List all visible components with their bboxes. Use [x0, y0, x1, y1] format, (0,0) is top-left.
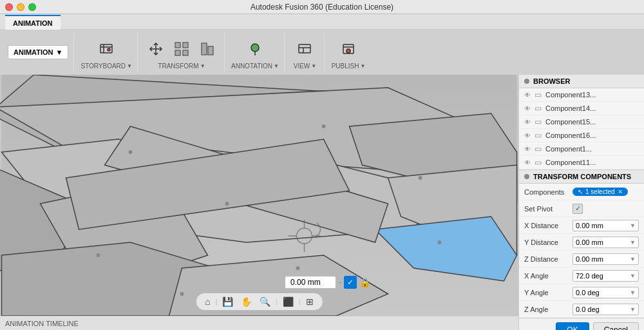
ribbon-group-publish: PUBLISH ▼: [326, 32, 371, 72]
svg-rect-14: [299, 44, 310, 53]
y-distance-select[interactable]: 0.00 mm ▼: [573, 237, 639, 248]
svg-rect-6: [175, 43, 180, 48]
component-icon: ▭: [535, 104, 542, 113]
animation-caret-icon: ▼: [56, 48, 63, 56]
storyboard-icon[interactable]: [95, 35, 118, 63]
components-label: Components: [524, 188, 573, 196]
transform-move-icon[interactable]: [144, 35, 167, 63]
transform-icons: [144, 35, 219, 63]
clear-selection-button[interactable]: ✕: [618, 188, 623, 195]
transform-options-icon[interactable]: [196, 35, 219, 63]
save-view-icon[interactable]: 💾: [220, 295, 236, 308]
x-distance-select[interactable]: 0.00 mm ▼: [573, 220, 639, 231]
transform-panel-header: TRANSFORM COMPONENTS: [519, 170, 644, 184]
y-angle-val: 0.0 deg: [576, 289, 600, 296]
tab-animation[interactable]: ANIMATION: [5, 15, 61, 30]
browser-item[interactable]: 👁 ▭ Component13...: [519, 88, 644, 102]
x-angle-select[interactable]: 72.0 deg ▼: [573, 270, 639, 282]
z-angle-val: 0.0 deg: [576, 306, 600, 313]
distance-lock-icon[interactable]: 🔒: [359, 277, 370, 287]
visibility-icon[interactable]: 👁: [524, 132, 531, 139]
close-button[interactable]: [5, 3, 13, 11]
browser-item[interactable]: 👁 ▭ Component14...: [519, 102, 644, 115]
transform-explode-icon[interactable]: [170, 35, 193, 63]
action-buttons: OK Cancel: [519, 318, 644, 330]
cancel-button[interactable]: Cancel: [593, 322, 639, 330]
component-icon: ▭: [535, 131, 542, 140]
annotation-icon[interactable]: [243, 35, 267, 63]
transform-status-dot: [524, 174, 529, 179]
window-controls: [5, 3, 36, 11]
z-angle-select[interactable]: 0.0 deg ▼: [573, 304, 639, 315]
ribbon-group-storyboard: STORYBOARD ▼: [75, 32, 138, 72]
grid-icon[interactable]: ⊞: [303, 295, 316, 308]
view-label[interactable]: VIEW ▼: [294, 63, 316, 70]
svg-point-34: [322, 124, 326, 128]
browser-title: BROWSER: [533, 77, 570, 85]
ribbon: ANIMATION ▼ STORYBOARD ▼: [0, 30, 644, 75]
ribbon-group-annotation: ANNOTATION ▼: [226, 32, 285, 72]
pivot-checkbox[interactable]: ✓: [573, 204, 583, 214]
x-distance-label: X Distance: [524, 222, 573, 229]
minimize-button[interactable]: [17, 3, 24, 11]
visibility-icon[interactable]: 👁: [524, 119, 531, 126]
z-distance-label: Z Distance: [524, 255, 573, 263]
visibility-icon[interactable]: 👁: [524, 159, 531, 166]
title-bar: Autodesk Fusion 360 (Education License): [0, 0, 644, 14]
pan-icon[interactable]: ✋: [238, 295, 254, 308]
transform-components-panel: TRANSFORM COMPONENTS Components ↖ 1 sele…: [518, 170, 644, 330]
svg-point-19: [346, 49, 350, 53]
y-distance-row: Y Distance 0.00 mm ▼: [519, 234, 644, 251]
dist-separator: -: [339, 278, 341, 287]
browser-header: BROWSER: [519, 75, 644, 88]
zoom-icon[interactable]: 🔍: [257, 295, 273, 308]
visibility-icon[interactable]: 👁: [524, 146, 531, 153]
view-icons: [293, 35, 316, 63]
publish-icons: [337, 35, 360, 63]
browser-item-label: Component14...: [545, 104, 596, 112]
annotation-icons: [243, 35, 267, 63]
viewport-canvas: [0, 75, 518, 316]
x-angle-caret-icon: ▼: [630, 273, 636, 279]
visibility-icon[interactable]: 👁: [524, 105, 531, 112]
browser-item[interactable]: 👁 ▭ Component15...: [519, 115, 644, 129]
transform-label[interactable]: TRANSFORM ▼: [158, 63, 205, 70]
y-angle-row: Y Angle 0.0 deg ▼: [519, 284, 644, 301]
svg-point-38: [438, 240, 442, 244]
x-distance-row: X Distance 0.00 mm ▼: [519, 217, 644, 234]
x-distance-value: 0.00 mm ▼: [573, 220, 639, 231]
storyboard-label[interactable]: STORYBOARD ▼: [80, 63, 132, 70]
ribbon-group-transform: TRANSFORM ▼: [139, 32, 225, 72]
maximize-button[interactable]: [28, 3, 36, 11]
y-angle-select[interactable]: 0.0 deg ▼: [573, 287, 639, 298]
viewport[interactable]: 0.00 mm - ✓ 🔒 ⌂ | 💾 ✋ 🔍 | ⬛ | ⊞: [0, 75, 518, 316]
publish-icon[interactable]: [337, 35, 360, 63]
browser-item[interactable]: 👁 ▭ Component16...: [519, 129, 644, 142]
distance-confirm-button[interactable]: ✓: [344, 276, 357, 289]
browser-item[interactable]: 👁 ▭ Component11...: [519, 156, 644, 170]
z-distance-caret-icon: ▼: [630, 256, 636, 262]
display-mode-icon[interactable]: ⬛: [280, 295, 296, 308]
svg-point-35: [225, 202, 229, 206]
distance-value[interactable]: 0.00 mm: [285, 276, 336, 289]
annotation-label[interactable]: ANNOTATION ▼: [231, 63, 279, 70]
annotation-caret-icon: ▼: [274, 63, 279, 69]
z-angle-caret-icon: ▼: [630, 306, 636, 313]
storyboard-caret-icon: ▼: [127, 63, 132, 69]
component-icon: ▭: [535, 117, 542, 126]
component-icon: ▭: [535, 144, 542, 153]
components-value: ↖ 1 selected ✕: [573, 188, 639, 196]
z-distance-select[interactable]: 0.00 mm ▼: [573, 253, 639, 265]
visibility-icon[interactable]: 👁: [524, 92, 531, 99]
svg-point-37: [419, 176, 422, 180]
animation-dropdown-button[interactable]: ANIMATION ▼: [8, 45, 68, 59]
publish-label[interactable]: PUBLISH ▼: [332, 63, 366, 70]
browser-item[interactable]: 👁 ▭ Component1...: [519, 142, 644, 156]
browser-items: 👁 ▭ Component13... 👁 ▭ Component14... 👁 …: [519, 88, 644, 170]
view-caret-icon: ▼: [311, 63, 316, 69]
set-pivot-label: Set Pivot: [524, 205, 573, 213]
y-distance-label: Y Distance: [524, 238, 573, 246]
ok-button[interactable]: OK: [556, 322, 589, 330]
view-icon[interactable]: [293, 35, 316, 63]
home-view-icon[interactable]: ⌂: [202, 295, 213, 308]
